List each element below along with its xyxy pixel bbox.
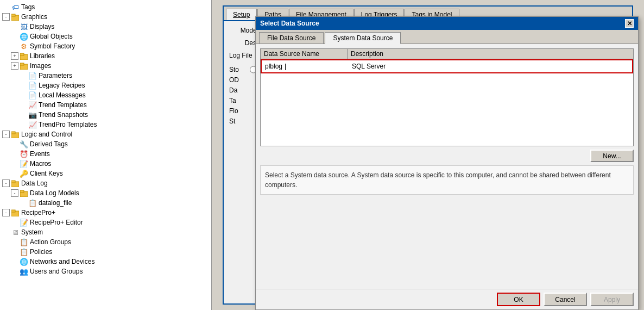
expander-empty-tags xyxy=(2,3,10,11)
expander-empty-policies xyxy=(11,248,18,256)
tree-icon-global-objects: 🌐 xyxy=(20,32,28,41)
tree-item-local-messages[interactable]: 📄Local Messages xyxy=(0,90,211,100)
select-datasource-dialog: Select Data Source ✕ File Data Source Sy… xyxy=(255,16,639,310)
expander-recipepro[interactable]: - xyxy=(2,209,10,216)
tree-label-trend-snapshots: Trend Snapshots xyxy=(39,111,88,119)
new-button[interactable]: New... xyxy=(590,150,634,162)
close-icon[interactable]: ✕ xyxy=(625,19,634,28)
tree-item-trendpro-templates[interactable]: 📈TrendPro Templates xyxy=(0,120,211,129)
tree-item-displays[interactable]: 🖼Displays xyxy=(0,22,211,32)
tree-item-global-objects[interactable]: 🌐Global Objects xyxy=(0,32,211,41)
tree-item-client-keys[interactable]: 🔑Client Keys xyxy=(0,169,211,178)
svg-rect-1 xyxy=(11,14,15,16)
expander-libraries[interactable]: + xyxy=(11,52,18,60)
datasource-table-header: Data Source Name Description xyxy=(261,49,633,59)
tree-label-system: System xyxy=(21,228,43,236)
tree-item-trend-snapshots[interactable]: 📷Trend Snapshots xyxy=(0,110,211,120)
expander-empty-symbol-factory xyxy=(11,42,18,50)
tree-item-graphics[interactable]: -Graphics xyxy=(0,12,211,22)
tree-icon-networks-devices: 🌐 xyxy=(20,257,28,266)
tree-icon-action-groups: 📋 xyxy=(20,238,28,246)
tree-item-symbol-factory[interactable]: ⚙Symbol Factory xyxy=(0,41,211,51)
tree-label-graphics: Graphics xyxy=(21,13,47,21)
expander-empty-networks-devices xyxy=(11,258,18,265)
main-area: Setup Paths File Management Log Triggers… xyxy=(212,0,644,310)
tree-item-trend-templates[interactable]: 📈Trend Templates xyxy=(0,100,211,110)
tree-icon-data-log xyxy=(11,179,20,188)
expander-logic-control[interactable]: - xyxy=(2,131,10,138)
tree-label-local-messages: Local Messages xyxy=(39,91,86,99)
tree-icon-libraries xyxy=(20,52,28,60)
tab-file-datasource[interactable]: File Data Source xyxy=(259,32,324,44)
tree-label-trendpro-templates: TrendPro Templates xyxy=(39,121,97,128)
tree-label-global-objects: Global Objects xyxy=(30,33,73,40)
tree-icon-system: 🖥 xyxy=(11,228,20,237)
tree-item-recipepro-editor[interactable]: 📝RecipePro+ Editor xyxy=(0,218,211,227)
tree-icon-graphics xyxy=(11,13,20,21)
tree-item-images[interactable]: +Images xyxy=(0,61,211,71)
tree-item-tags[interactable]: 🏷Tags xyxy=(0,2,211,12)
datasource-tabs: File Data Source System Data Source xyxy=(256,30,638,44)
tree-icon-tags: 🏷 xyxy=(11,3,20,11)
dialog-title: Select Data Source xyxy=(260,20,319,27)
expander-data-log-models[interactable]: - xyxy=(11,189,18,197)
tree-label-symbol-factory: Symbol Factory xyxy=(30,42,75,50)
tree-item-parameters[interactable]: 📄Parameters xyxy=(0,71,211,80)
tree-item-events[interactable]: ⏰Events xyxy=(0,149,211,159)
expander-empty-recipepro-editor xyxy=(11,219,18,226)
expander-empty-derived-tags xyxy=(11,140,18,148)
dialog-ok-button[interactable]: OK xyxy=(497,293,540,306)
tree-label-users-groups: Users and Groups xyxy=(30,268,83,275)
tree-item-legacy-recipes[interactable]: 📄Legacy Recipes xyxy=(0,80,211,90)
tree-icon-users-groups: 👥 xyxy=(20,267,28,276)
tab-system-datasource[interactable]: System Data Source xyxy=(325,32,401,44)
tree-item-recipepro[interactable]: -RecipePro+ xyxy=(0,208,211,218)
svg-rect-13 xyxy=(11,210,15,212)
expander-empty-trend-templates xyxy=(20,101,27,109)
tree-icon-displays: 🖼 xyxy=(20,22,28,31)
tree-label-data-log-models: Data Log Models xyxy=(30,189,79,197)
expander-empty-displays xyxy=(11,23,18,30)
tree-item-data-log[interactable]: -Data Log xyxy=(0,178,211,188)
dialog-titlebar: Select Data Source ✕ xyxy=(256,17,638,30)
tree-icon-events: ⏰ xyxy=(20,150,28,158)
tree-item-logic-control[interactable]: -Logic and Control xyxy=(0,129,211,139)
expander-empty-system xyxy=(2,228,10,236)
tree-icon-symbol-factory: ⚙ xyxy=(20,42,28,51)
expander-empty-users-groups xyxy=(11,268,18,275)
tree-item-action-groups[interactable]: 📋Action Groups xyxy=(0,237,211,247)
flo-stub: Flo xyxy=(229,107,238,115)
expander-graphics[interactable]: - xyxy=(2,13,10,21)
expander-images[interactable]: + xyxy=(11,62,18,70)
storage-stub: Sto xyxy=(229,66,239,73)
datasource-table-body: plblog SQL Server xyxy=(261,59,633,73)
datasource-table[interactable]: Data Source Name Description plblog SQL … xyxy=(260,48,634,146)
dialog-content: Data Source Name Description plblog SQL … xyxy=(256,44,638,289)
tree-item-libraries[interactable]: +Libraries xyxy=(0,51,211,61)
tab-setup[interactable]: Setup xyxy=(226,9,257,20)
expander-empty-macros xyxy=(11,160,18,168)
tree-item-derived-tags[interactable]: 🔧Derived Tags xyxy=(0,139,211,149)
tree-icon-trend-snapshots: 📷 xyxy=(28,110,37,119)
tree-item-data-log-models[interactable]: -Data Log Models xyxy=(0,188,211,198)
expander-empty-trend-snapshots xyxy=(20,111,27,119)
datasource-row[interactable]: plblog SQL Server xyxy=(261,59,633,73)
tree-icon-client-keys: 🔑 xyxy=(20,169,28,178)
svg-rect-3 xyxy=(20,53,24,55)
dialog-cancel-button[interactable]: Cancel xyxy=(544,293,587,306)
dialog-apply-button[interactable]: Apply xyxy=(590,293,634,306)
dialog-description: Select a System data source. A System da… xyxy=(260,165,634,195)
cursor-indicator xyxy=(285,64,289,70)
tree-icon-local-messages: 📄 xyxy=(28,91,37,100)
tree-label-recipepro-editor: RecipePro+ Editor xyxy=(30,219,83,226)
tree-item-users-groups[interactable]: 👥Users and Groups xyxy=(0,266,211,276)
tree-panel: 🏷Tags-Graphics🖼Displays🌐Global Objects⚙S… xyxy=(0,0,212,310)
tree-item-policies[interactable]: 📋Policies xyxy=(0,247,211,257)
tree-item-macros[interactable]: 📝Macros xyxy=(0,159,211,169)
new-btn-row: New... xyxy=(260,150,634,162)
expander-data-log[interactable]: - xyxy=(2,179,10,187)
tree-item-networks-devices[interactable]: 🌐Networks and Devices xyxy=(0,257,211,266)
datasource-cell-name: plblog xyxy=(262,61,349,71)
tree-item-datalog-file[interactable]: 📋datalog_file xyxy=(0,198,211,208)
tree-item-system[interactable]: 🖥System xyxy=(0,227,211,237)
